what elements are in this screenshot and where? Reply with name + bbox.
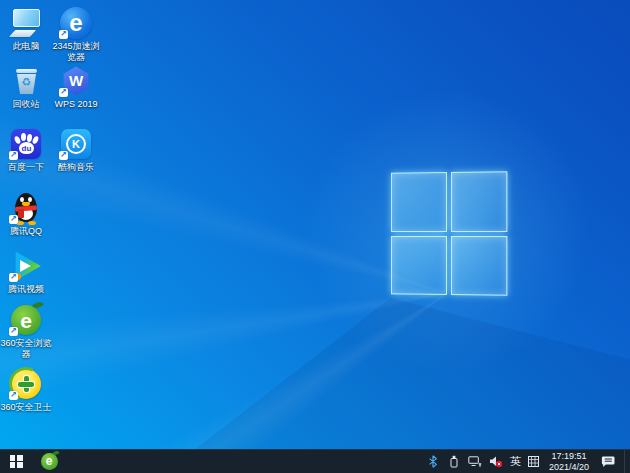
this-pc-icon	[9, 6, 43, 40]
icon-label: 酷狗音乐	[58, 162, 94, 173]
taskbar-item-360-browser[interactable]	[32, 450, 66, 473]
2345-browser-icon	[59, 6, 93, 40]
shortcut-arrow-icon	[59, 30, 68, 39]
show-desktop-button[interactable]	[624, 450, 627, 473]
desktop-icon-tencent-video[interactable]: 腾讯视频	[0, 249, 52, 295]
windows-logo-icon	[10, 455, 23, 468]
icon-label: 360安全浏览器	[0, 338, 52, 360]
shortcut-arrow-icon	[59, 151, 68, 160]
network-icon[interactable]	[468, 454, 482, 470]
qq-penguin-icon	[9, 191, 43, 225]
baidu-icon: du	[9, 127, 43, 161]
ime-grid-icon[interactable]	[528, 456, 539, 467]
tencent-video-icon	[9, 249, 43, 283]
windows-desktop: 此电脑 2345加速浏览器 ♻ 回收站 WPS 2019 du 百度一下	[0, 0, 630, 473]
windows-logo-pane	[450, 236, 507, 296]
icon-label: 百度一下	[8, 162, 44, 173]
desktop-icon-recycle-bin[interactable]: ♻ 回收站	[0, 64, 52, 110]
icon-label: 回收站	[13, 99, 40, 110]
360-browser-icon	[9, 303, 43, 337]
action-center-icon[interactable]	[599, 454, 617, 470]
start-button[interactable]	[0, 450, 32, 473]
360-browser-taskbar-icon	[41, 453, 58, 470]
taskbar: 英 17:19:51 2021/4/20	[0, 449, 630, 473]
ime-language-indicator[interactable]: 英	[510, 454, 521, 469]
shortcut-arrow-icon	[9, 151, 18, 160]
360-safeguard-icon	[9, 367, 43, 401]
shortcut-arrow-icon	[9, 391, 18, 400]
icon-label: 360安全卫士	[0, 402, 51, 413]
icon-label: 腾讯QQ	[10, 226, 42, 237]
desktop-icon-this-pc[interactable]: 此电脑	[0, 6, 52, 52]
icon-label: 此电脑	[13, 41, 40, 52]
desktop-icon-2345-browser[interactable]: 2345加速浏览器	[50, 6, 102, 63]
taskbar-clock[interactable]: 17:19:51 2021/4/20	[549, 451, 589, 472]
desktop-icon-baidu[interactable]: du 百度一下	[0, 127, 52, 173]
shortcut-arrow-icon	[9, 327, 18, 336]
clock-time: 17:19:51	[551, 451, 586, 462]
desktop-icon-360-browser[interactable]: 360安全浏览器	[0, 303, 52, 360]
icon-label: WPS 2019	[54, 99, 97, 110]
windows-logo-wallpaper	[391, 171, 507, 295]
system-tray: 英 17:19:51 2021/4/20	[426, 450, 630, 473]
desktop-icon-kugou-music[interactable]: K 酷狗音乐	[50, 127, 102, 173]
bluetooth-icon[interactable]	[426, 454, 440, 470]
wps-icon	[59, 64, 93, 98]
desktop-icon-360-safeguard[interactable]: 360安全卫士	[0, 367, 52, 413]
desktop-icon-wps-2019[interactable]: WPS 2019	[50, 64, 102, 110]
recycle-bin-icon: ♻	[9, 64, 43, 98]
kugou-music-icon: K	[59, 127, 93, 161]
windows-logo-pane	[450, 171, 507, 231]
icon-label: 腾讯视频	[8, 284, 44, 295]
clock-date: 2021/4/20	[549, 462, 589, 473]
windows-logo-pane	[391, 235, 447, 294]
shortcut-arrow-icon	[9, 273, 18, 282]
icon-label: 2345加速浏览器	[50, 41, 102, 63]
shortcut-arrow-icon	[59, 88, 68, 97]
shortcut-arrow-icon	[9, 215, 18, 224]
usb-device-icon[interactable]	[447, 454, 461, 470]
volume-muted-icon[interactable]	[489, 454, 503, 470]
windows-logo-pane	[391, 172, 447, 231]
desktop-icon-tencent-qq[interactable]: 腾讯QQ	[0, 191, 52, 237]
